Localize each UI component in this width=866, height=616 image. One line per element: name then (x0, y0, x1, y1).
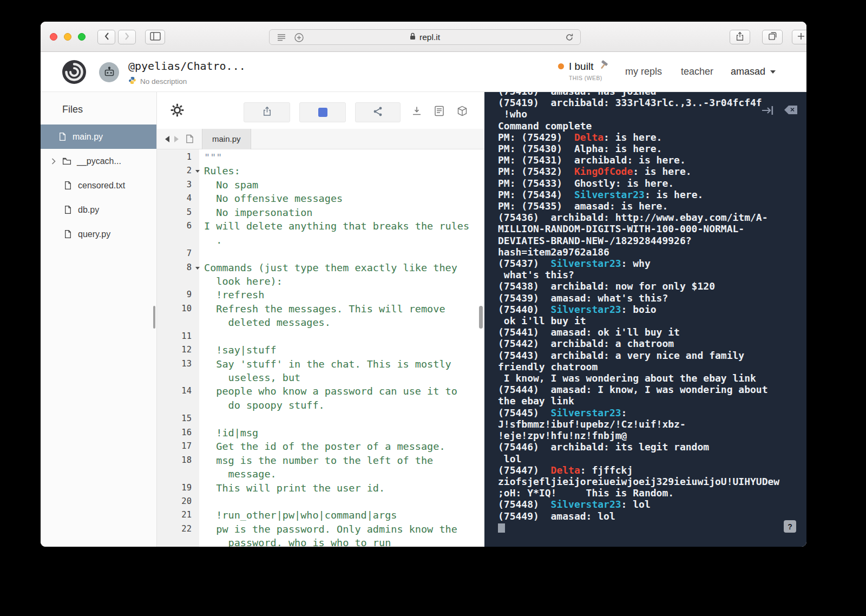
code-line-5[interactable]: 5 No impersonation (157, 206, 484, 219)
file-item-pycach[interactable]: __pycach... (41, 149, 156, 173)
console-line: Command complete (498, 120, 801, 132)
window-minimize-button[interactable] (64, 33, 71, 41)
circle-plus-icon[interactable] (294, 33, 304, 44)
code-line-4[interactable]: 4 No offensive messages (157, 192, 484, 205)
code-line-19[interactable]: 19 This will print the user id. (157, 481, 484, 495)
console-line: (75446) archibald: its legit random (498, 441, 801, 453)
browser-window: repl.it @pyelias/Chatro... No descriptio… (41, 22, 806, 547)
plus-icon (797, 32, 805, 42)
console-line: PM: (75432) KingOfCode: is here. (498, 166, 801, 177)
code-line-18[interactable]: 18 msg is the number to the left of the (157, 454, 484, 467)
code-rows: 1"""2Rules:3 No spam4 No offensive messa… (157, 150, 484, 547)
console-panel[interactable]: (75418) amasad: has joined(75419) archib… (484, 92, 806, 547)
editor-tab-bar: main.py (157, 129, 484, 149)
window-close-button[interactable] (50, 33, 57, 41)
package-cube-icon[interactable] (457, 106, 468, 119)
back-button[interactable] (97, 30, 115, 44)
chevron-down-icon (770, 70, 776, 74)
i-built-this[interactable]: I built THIS (WEB) (558, 59, 610, 81)
code-editor[interactable]: 1"""2Rules:3 No spam4 No offensive messa… (157, 149, 484, 547)
stop-button[interactable] (299, 102, 346, 122)
code-line-10[interactable]: 10 Refresh the messages. This will remov… (157, 302, 484, 316)
fold-caret-icon[interactable] (192, 164, 204, 178)
console-line: friendly chatroom (498, 361, 801, 372)
console-line: PM: (75430) Alpha: is here. (498, 143, 801, 154)
code-line-22[interactable]: 22 pw is the password. Only admins know … (157, 522, 484, 536)
console-line: (75445) Silverstar23: (498, 407, 801, 418)
code-line-14[interactable]: 14 people who know a password can use it… (157, 384, 484, 398)
code-line-20[interactable]: 20 (157, 495, 484, 508)
file-item-censored-txt[interactable]: censored.txt (41, 173, 156, 198)
files-scrollbar[interactable] (153, 306, 155, 329)
nav-teacher[interactable]: teacher (681, 66, 713, 77)
code-line-1[interactable]: 1""" (157, 150, 484, 164)
console-line: ziofsjefljieijoreiueiwjoeij329ieiuwijoU!… (498, 476, 801, 487)
code-line-wrap[interactable]: useless, but (157, 371, 484, 384)
console-clear-icon[interactable] (784, 105, 798, 117)
fold-caret-icon[interactable] (192, 261, 204, 274)
new-tab-button[interactable] (792, 30, 806, 44)
code-line-13[interactable]: 13 Say 'stuff' in the chat. This is most… (157, 357, 484, 371)
console-line: (75436) archibald: http://www.ebay.com/i… (498, 212, 801, 223)
console-line: (75438) archibald: now for only $120 (498, 280, 801, 292)
code-line-7[interactable]: 7 (157, 247, 484, 260)
export-button[interactable] (244, 102, 290, 122)
sidebar-toggle-button[interactable] (145, 30, 165, 44)
chevron-right-icon (51, 158, 56, 165)
document-icon[interactable] (434, 106, 444, 119)
share-repl-button[interactable] (355, 102, 401, 122)
code-line-16[interactable]: 16 !id|msg (157, 426, 484, 440)
tab-label: main.py (212, 134, 241, 143)
code-line-17[interactable]: 17 Get the id of the poster of a message… (157, 440, 484, 453)
help-button[interactable]: ? (784, 520, 796, 533)
share-button[interactable] (730, 30, 750, 44)
user-menu[interactable]: amasad (731, 66, 776, 77)
code-line-9[interactable]: 9 !refresh (157, 288, 484, 302)
code-line-wrap[interactable]: password. who is who to run (157, 536, 484, 547)
code-line-8[interactable]: 8Commands (just type them exactly like t… (157, 261, 484, 274)
file-item-main-py[interactable]: main.py (41, 124, 156, 149)
console-input-icon[interactable] (761, 105, 774, 118)
window-zoom-button[interactable] (78, 33, 86, 41)
code-line-3[interactable]: 3 No spam (157, 178, 484, 192)
code-line-6[interactable]: 6I will delete anything that breaks the … (157, 219, 484, 233)
code-line-wrap[interactable]: message. (157, 467, 484, 481)
file-name: censored.txt (78, 181, 125, 191)
code-line-21[interactable]: 21 !run_other|pw|who|command|args (157, 508, 484, 522)
console-cursor[interactable] (498, 523, 505, 533)
download-icon[interactable] (411, 106, 422, 119)
console-line: (75448) Silverstar23: lol (498, 499, 801, 510)
console-line: ok i'll buy it (498, 315, 801, 326)
tab-overview-button[interactable] (762, 30, 783, 44)
code-line-wrap[interactable]: look here): (157, 274, 484, 288)
tab-scroll-left-icon[interactable] (165, 136, 169, 142)
refresh-icon[interactable] (565, 33, 574, 44)
code-line-wrap[interactable]: do spoopy stuff. (157, 398, 484, 412)
code-line-wrap[interactable]: deleted messages. (157, 316, 484, 329)
file-item-query-py[interactable]: query.py (41, 222, 156, 246)
editor-scrollbar[interactable] (479, 306, 483, 329)
code-line-wrap[interactable]: . (157, 233, 484, 247)
code-line-15[interactable]: 15 (157, 412, 484, 425)
code-line-2[interactable]: 2Rules: (157, 164, 484, 178)
tab-scroll-right-icon[interactable] (174, 136, 179, 142)
code-line-11[interactable]: 11 (157, 330, 484, 343)
gear-icon[interactable] (170, 103, 185, 120)
console-line: ;oH: Y*IQ! This is Random. (498, 487, 801, 499)
console-line: (75440) Silverstar23: boio (498, 304, 801, 315)
address-bar[interactable]: repl.it (269, 29, 581, 45)
console-line: PM: (75431) archibald: is here. (498, 154, 801, 166)
built-label: I built (569, 61, 593, 73)
tab-main-py[interactable]: main.py (202, 129, 251, 149)
console-line: PM: (75429) Delta: is here. (498, 132, 801, 143)
nav-my-repls[interactable]: my repls (625, 66, 662, 77)
file-list: main.py__pycach...censored.txtdb.pyquery… (41, 124, 156, 246)
forward-button[interactable] (118, 30, 136, 44)
console-line: lol (498, 453, 801, 464)
reader-icon[interactable] (277, 34, 286, 43)
status-dot-icon (558, 63, 564, 69)
file-item-db-py[interactable]: db.py (41, 198, 156, 222)
code-line-12[interactable]: 12 !say|stuff (157, 343, 484, 357)
avatar (99, 62, 119, 82)
console-line: !who (498, 108, 801, 120)
